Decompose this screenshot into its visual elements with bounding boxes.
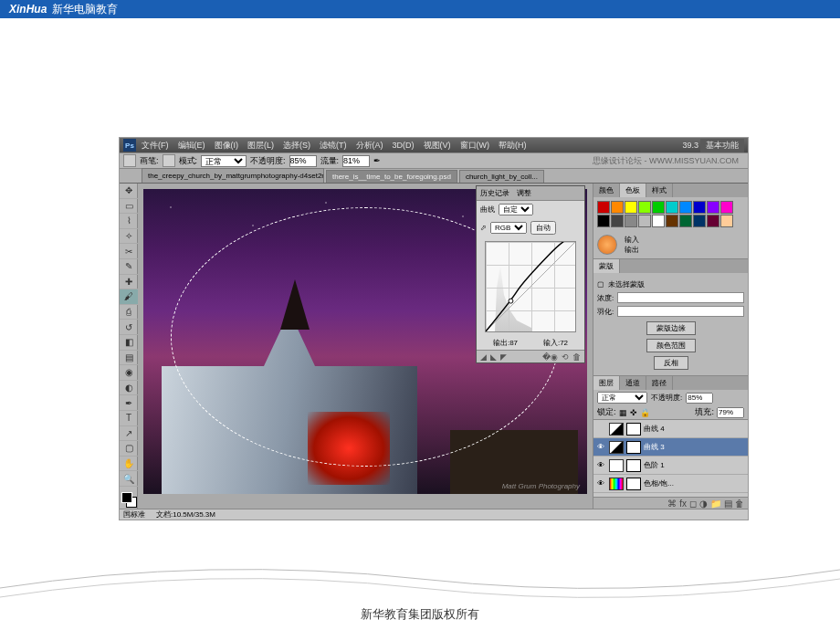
- eraser-tool-icon[interactable]: ◧: [120, 335, 138, 351]
- tab-layers[interactable]: 图层: [593, 376, 620, 390]
- eyedropper-tool-icon[interactable]: ✎: [120, 259, 138, 275]
- pen-tool-icon[interactable]: ✒: [120, 395, 138, 411]
- swatch[interactable]: [679, 201, 692, 214]
- airbrush-icon[interactable]: ✒: [373, 156, 381, 165]
- swatch[interactable]: [666, 201, 678, 214]
- feather-input[interactable]: [617, 306, 744, 317]
- link-layers-icon[interactable]: ⌘: [667, 499, 677, 509]
- shape-tool-icon[interactable]: ▢: [120, 441, 138, 457]
- move-tool-icon[interactable]: ✥: [120, 184, 138, 199]
- layer-row[interactable]: 曲线 4: [593, 420, 748, 438]
- tool-preset-icon[interactable]: [123, 154, 136, 167]
- brush-picker[interactable]: [163, 154, 175, 167]
- layer-row[interactable]: 👁 色阶 1: [593, 457, 748, 475]
- swatch[interactable]: [707, 215, 719, 227]
- menu-edit[interactable]: 编辑(E): [174, 140, 209, 152]
- menu-select[interactable]: 选择(S): [279, 140, 314, 152]
- curves-tab-adjust[interactable]: 调整: [517, 188, 531, 198]
- dodge-tool-icon[interactable]: ◐: [120, 381, 138, 396]
- opacity-input[interactable]: [289, 155, 317, 167]
- layer-fx-icon[interactable]: fx: [679, 499, 687, 509]
- zoom-tool-icon[interactable]: 🔍: [120, 471, 138, 487]
- swatch[interactable]: [638, 215, 651, 227]
- swatch[interactable]: [666, 215, 678, 227]
- heal-tool-icon[interactable]: ✚: [120, 275, 138, 290]
- lock-all-icon[interactable]: 🔒: [640, 408, 650, 417]
- swatch[interactable]: [625, 215, 637, 227]
- lock-position-icon[interactable]: ✜: [630, 408, 637, 417]
- zoom-level[interactable]: 39.3: [682, 141, 698, 150]
- brush-tool-icon[interactable]: 🖌: [120, 289, 138, 305]
- swatch[interactable]: [597, 201, 610, 214]
- delete-layer-icon[interactable]: 🗑: [735, 499, 744, 509]
- layer-row[interactable]: 👁 曲线 3: [593, 438, 748, 457]
- swatch[interactable]: [679, 215, 692, 227]
- curves-preset-select[interactable]: 自定: [499, 204, 533, 215]
- menu-layer[interactable]: 图层(L): [244, 140, 278, 152]
- trash-icon[interactable]: 🗑: [572, 352, 581, 362]
- stamp-tool-icon[interactable]: ⎙: [120, 305, 138, 320]
- menu-window[interactable]: 窗口(W): [457, 140, 494, 152]
- visibility-icon[interactable]: 👁: [595, 461, 606, 469]
- lock-pixels-icon[interactable]: ▦: [619, 408, 627, 417]
- layer-blend-select[interactable]: 正常: [597, 392, 647, 404]
- visibility-icon[interactable]: 👁: [595, 479, 606, 488]
- blend-mode-select[interactable]: 正常: [201, 155, 247, 167]
- tab-color[interactable]: 颜色: [593, 184, 620, 197]
- menu-image[interactable]: 图像(I): [211, 140, 243, 152]
- swatch[interactable]: [720, 201, 733, 214]
- flow-input[interactable]: [342, 155, 370, 167]
- new-layer-icon[interactable]: ▤: [724, 499, 732, 509]
- tab-styles[interactable]: 样式: [646, 184, 673, 197]
- doc-tab-1[interactable]: the_creepy_church_by_mattgrumphotography…: [142, 168, 324, 183]
- mask-edge-button[interactable]: 蒙版边缘: [646, 321, 696, 335]
- doc-tab-3[interactable]: church_light_by_coll...: [459, 170, 544, 183]
- marquee-tool-icon[interactable]: ▭: [120, 199, 138, 215]
- invert-button[interactable]: 反相: [654, 356, 688, 370]
- swatch[interactable]: [652, 201, 665, 214]
- swatch[interactable]: [693, 201, 706, 214]
- doc-tab-2[interactable]: there_is__time_to_be_foregoing.psd: [326, 170, 457, 183]
- color-range-button[interactable]: 颜色范围: [646, 339, 696, 352]
- curves-graph[interactable]: [485, 241, 576, 332]
- curves-auto-button[interactable]: 自动: [530, 221, 556, 235]
- tab-channels[interactable]: 通道: [620, 376, 646, 390]
- menu-help[interactable]: 帮助(H): [495, 140, 530, 152]
- type-tool-icon[interactable]: T: [120, 411, 138, 426]
- curves-channel-select[interactable]: RGB: [490, 222, 527, 234]
- swatch[interactable]: [611, 201, 624, 214]
- clip-icon[interactable]: �◉: [542, 352, 558, 362]
- swatch[interactable]: [597, 215, 610, 227]
- gradient-tool-icon[interactable]: ▤: [120, 351, 138, 366]
- path-tool-icon[interactable]: ↗: [120, 426, 138, 442]
- layer-group-icon[interactable]: 📁: [710, 499, 721, 509]
- curves-point-icon[interactable]: ⬀: [480, 224, 487, 232]
- swatch[interactable]: [707, 201, 719, 214]
- eyedropper-black-icon[interactable]: ◢: [480, 352, 487, 362]
- curves-tab-history[interactable]: 历史记录: [480, 188, 509, 198]
- menu-filter[interactable]: 滤镜(T): [316, 140, 351, 152]
- workspace-switcher[interactable]: 基本功能: [700, 139, 744, 152]
- swatch[interactable]: [652, 215, 665, 227]
- menu-3d[interactable]: 3D(D): [389, 141, 418, 150]
- swatch[interactable]: [611, 215, 624, 227]
- reset-icon[interactable]: ⟲: [562, 352, 569, 362]
- wand-tool-icon[interactable]: ✧: [120, 229, 138, 245]
- status-zoom[interactable]: 国标准: [123, 509, 145, 520]
- swatch[interactable]: [638, 201, 651, 214]
- tab-swatches[interactable]: 色板: [620, 184, 646, 197]
- swatch-preview[interactable]: [597, 235, 617, 255]
- swatch[interactable]: [720, 215, 733, 227]
- swatch[interactable]: [693, 215, 706, 227]
- menu-view[interactable]: 视图(V): [420, 140, 455, 152]
- lasso-tool-icon[interactable]: ⌇: [120, 214, 138, 229]
- tab-paths[interactable]: 路径: [646, 376, 673, 390]
- eyedropper-gray-icon[interactable]: ◣: [490, 352, 497, 362]
- history-brush-icon[interactable]: ↺: [120, 320, 138, 335]
- layer-row[interactable]: 👁 色相/饱...: [593, 475, 748, 493]
- eyedropper-white-icon[interactable]: ◤: [500, 352, 507, 362]
- fill-input[interactable]: [717, 407, 744, 418]
- menu-analysis[interactable]: 分析(A): [352, 140, 387, 152]
- blur-tool-icon[interactable]: ◉: [120, 365, 138, 381]
- density-input[interactable]: [617, 292, 744, 303]
